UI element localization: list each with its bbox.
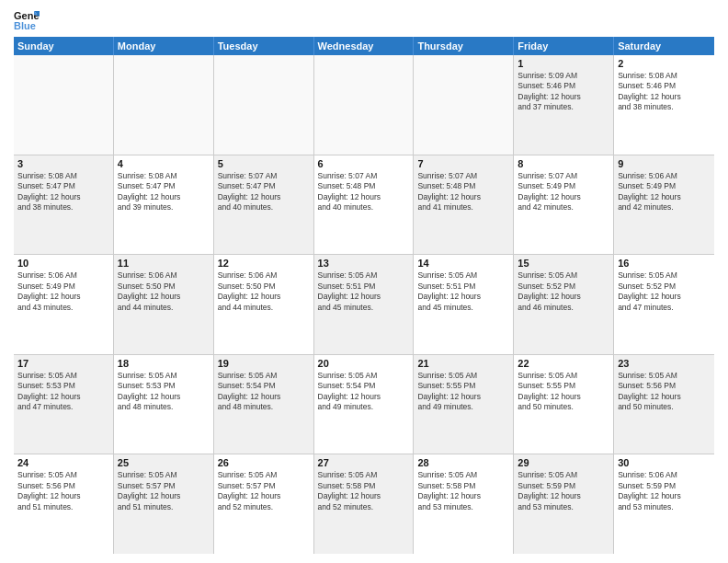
day-number: 8 <box>518 158 609 169</box>
day-info: Sunrise: 5:05 AM Sunset: 5:52 PM Dayligh… <box>518 270 609 313</box>
calendar-cell: 16Sunrise: 5:05 AM Sunset: 5:52 PM Dayli… <box>614 255 714 354</box>
day-number: 30 <box>618 457 711 468</box>
calendar-cell: 22Sunrise: 5:05 AM Sunset: 5:55 PM Dayli… <box>514 355 614 454</box>
calendar-cell: 27Sunrise: 5:05 AM Sunset: 5:58 PM Dayli… <box>314 454 415 554</box>
calendar-cell: 29Sunrise: 5:05 AM Sunset: 5:59 PM Dayli… <box>514 454 614 554</box>
day-info: Sunrise: 5:05 AM Sunset: 5:54 PM Dayligh… <box>218 371 310 413</box>
day-info: Sunrise: 5:05 AM Sunset: 5:57 PM Dayligh… <box>118 470 210 512</box>
day-number: 11 <box>118 258 210 269</box>
day-number: 4 <box>118 158 210 169</box>
day-number: 26 <box>218 457 310 468</box>
day-number: 9 <box>618 158 711 169</box>
day-number: 19 <box>218 358 310 369</box>
day-number: 2 <box>618 58 711 69</box>
day-info: Sunrise: 5:05 AM Sunset: 5:58 PM Dayligh… <box>417 470 509 512</box>
calendar-cell: 7Sunrise: 5:07 AM Sunset: 5:48 PM Daylig… <box>414 155 514 255</box>
day-info: Sunrise: 5:05 AM Sunset: 5:56 PM Dayligh… <box>618 371 711 413</box>
day-info: Sunrise: 5:06 AM Sunset: 5:59 PM Dayligh… <box>618 470 711 512</box>
calendar-cell: 28Sunrise: 5:05 AM Sunset: 5:58 PM Dayli… <box>414 454 514 554</box>
calendar-cell: 18Sunrise: 5:05 AM Sunset: 5:53 PM Dayli… <box>114 355 214 454</box>
header-day: Monday <box>114 37 214 55</box>
calendar-cell: 24Sunrise: 5:05 AM Sunset: 5:56 PM Dayli… <box>14 454 114 554</box>
day-info: Sunrise: 5:05 AM Sunset: 5:55 PM Dayligh… <box>417 371 509 413</box>
calendar-cell: 25Sunrise: 5:05 AM Sunset: 5:57 PM Dayli… <box>114 454 214 554</box>
calendar-cell <box>214 55 314 155</box>
day-number: 17 <box>17 358 109 369</box>
day-info: Sunrise: 5:06 AM Sunset: 5:50 PM Dayligh… <box>118 270 210 313</box>
calendar-cell: 11Sunrise: 5:06 AM Sunset: 5:50 PM Dayli… <box>114 255 214 354</box>
calendar-cell: 5Sunrise: 5:07 AM Sunset: 5:47 PM Daylig… <box>214 155 314 255</box>
day-number: 3 <box>17 158 109 169</box>
header-day: Tuesday <box>214 37 314 55</box>
day-number: 10 <box>17 258 109 269</box>
day-info: Sunrise: 5:07 AM Sunset: 5:48 PM Dayligh… <box>417 171 509 213</box>
day-number: 29 <box>518 457 609 468</box>
logo-icon: General Blue <box>14 9 40 31</box>
calendar-cell: 20Sunrise: 5:05 AM Sunset: 5:54 PM Dayli… <box>314 355 415 454</box>
day-info: Sunrise: 5:07 AM Sunset: 5:49 PM Dayligh… <box>518 171 609 213</box>
calendar-cell: 3Sunrise: 5:08 AM Sunset: 5:47 PM Daylig… <box>14 155 114 255</box>
day-number: 28 <box>417 457 509 468</box>
day-info: Sunrise: 5:07 AM Sunset: 5:47 PM Dayligh… <box>218 171 310 213</box>
day-number: 12 <box>218 258 310 269</box>
calendar-week: 10Sunrise: 5:06 AM Sunset: 5:49 PM Dayli… <box>14 255 714 355</box>
day-number: 14 <box>417 258 509 269</box>
day-number: 16 <box>618 258 711 269</box>
day-info: Sunrise: 5:07 AM Sunset: 5:48 PM Dayligh… <box>318 171 410 213</box>
header-day: Thursday <box>414 37 514 55</box>
calendar-cell: 6Sunrise: 5:07 AM Sunset: 5:48 PM Daylig… <box>314 155 415 255</box>
day-info: Sunrise: 5:05 AM Sunset: 5:53 PM Dayligh… <box>118 371 210 413</box>
calendar-cell: 21Sunrise: 5:05 AM Sunset: 5:55 PM Dayli… <box>414 355 514 454</box>
calendar-cell: 13Sunrise: 5:05 AM Sunset: 5:51 PM Dayli… <box>314 255 415 354</box>
calendar-week: 17Sunrise: 5:05 AM Sunset: 5:53 PM Dayli… <box>14 355 714 455</box>
day-info: Sunrise: 5:06 AM Sunset: 5:50 PM Dayligh… <box>218 270 310 313</box>
day-number: 13 <box>318 258 410 269</box>
calendar-cell: 19Sunrise: 5:05 AM Sunset: 5:54 PM Dayli… <box>214 355 314 454</box>
day-number: 6 <box>318 158 410 169</box>
day-info: Sunrise: 5:08 AM Sunset: 5:47 PM Dayligh… <box>118 171 210 213</box>
calendar-week: 1Sunrise: 5:09 AM Sunset: 5:46 PM Daylig… <box>14 55 714 155</box>
day-info: Sunrise: 5:05 AM Sunset: 5:56 PM Dayligh… <box>17 470 109 512</box>
day-info: Sunrise: 5:08 AM Sunset: 5:47 PM Dayligh… <box>17 171 109 213</box>
calendar-body: 1Sunrise: 5:09 AM Sunset: 5:46 PM Daylig… <box>14 55 714 554</box>
day-info: Sunrise: 5:05 AM Sunset: 5:59 PM Dayligh… <box>518 470 609 512</box>
day-info: Sunrise: 5:06 AM Sunset: 5:49 PM Dayligh… <box>17 270 109 313</box>
calendar-cell: 10Sunrise: 5:06 AM Sunset: 5:49 PM Dayli… <box>14 255 114 354</box>
calendar-cell: 9Sunrise: 5:06 AM Sunset: 5:49 PM Daylig… <box>614 155 714 255</box>
calendar-week: 24Sunrise: 5:05 AM Sunset: 5:56 PM Dayli… <box>14 454 714 554</box>
calendar-cell: 1Sunrise: 5:09 AM Sunset: 5:46 PM Daylig… <box>514 55 614 155</box>
day-number: 1 <box>518 58 609 69</box>
day-number: 22 <box>518 358 609 369</box>
calendar-cell: 30Sunrise: 5:06 AM Sunset: 5:59 PM Dayli… <box>614 454 714 554</box>
calendar-page: General Blue SundayMondayTuesdayWednesda… <box>0 0 728 563</box>
day-number: 15 <box>518 258 609 269</box>
day-number: 18 <box>118 358 210 369</box>
day-info: Sunrise: 5:05 AM Sunset: 5:55 PM Dayligh… <box>518 371 609 413</box>
day-number: 5 <box>218 158 310 169</box>
day-info: Sunrise: 5:08 AM Sunset: 5:46 PM Dayligh… <box>618 71 711 113</box>
day-info: Sunrise: 5:05 AM Sunset: 5:57 PM Dayligh… <box>218 470 310 512</box>
calendar-cell <box>14 55 114 155</box>
day-number: 20 <box>318 358 410 369</box>
calendar-cell: 17Sunrise: 5:05 AM Sunset: 5:53 PM Dayli… <box>14 355 114 454</box>
calendar: SundayMondayTuesdayWednesdayThursdayFrid… <box>14 37 714 554</box>
calendar-cell <box>414 55 514 155</box>
day-info: Sunrise: 5:05 AM Sunset: 5:52 PM Dayligh… <box>618 270 711 313</box>
day-number: 27 <box>318 457 410 468</box>
day-info: Sunrise: 5:05 AM Sunset: 5:54 PM Dayligh… <box>318 371 410 413</box>
logo: General Blue <box>14 9 43 31</box>
day-info: Sunrise: 5:05 AM Sunset: 5:58 PM Dayligh… <box>318 470 410 512</box>
day-number: 25 <box>118 457 210 468</box>
day-number: 21 <box>417 358 509 369</box>
calendar-cell: 23Sunrise: 5:05 AM Sunset: 5:56 PM Dayli… <box>614 355 714 454</box>
svg-text:Blue: Blue <box>14 20 36 31</box>
calendar-cell: 14Sunrise: 5:05 AM Sunset: 5:51 PM Dayli… <box>414 255 514 354</box>
calendar-week: 3Sunrise: 5:08 AM Sunset: 5:47 PM Daylig… <box>14 155 714 256</box>
calendar-cell: 15Sunrise: 5:05 AM Sunset: 5:52 PM Dayli… <box>514 255 614 354</box>
calendar-cell: 4Sunrise: 5:08 AM Sunset: 5:47 PM Daylig… <box>114 155 214 255</box>
calendar-cell: 12Sunrise: 5:06 AM Sunset: 5:50 PM Dayli… <box>214 255 314 354</box>
header-day: Friday <box>514 37 614 55</box>
calendar-header: SundayMondayTuesdayWednesdayThursdayFrid… <box>14 37 714 55</box>
header-day: Sunday <box>14 37 114 55</box>
calendar-cell: 2Sunrise: 5:08 AM Sunset: 5:46 PM Daylig… <box>614 55 714 155</box>
